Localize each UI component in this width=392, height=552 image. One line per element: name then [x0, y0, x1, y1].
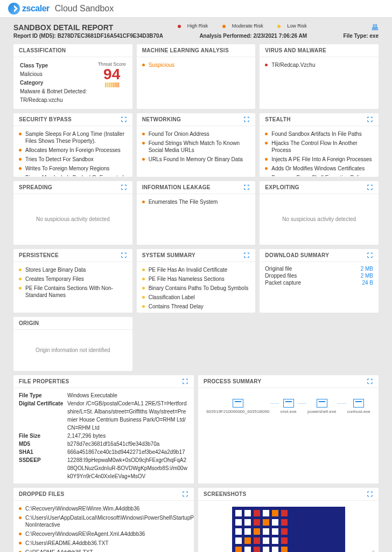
expand-icon[interactable]: ⛶ [121, 252, 127, 258]
expand-icon[interactable]: ⛶ [121, 184, 127, 190]
list-item: Classification Label [142, 293, 250, 302]
list-item: Bypasses PowerShell Execution Policy [265, 173, 373, 176]
download-size[interactable]: 2 MB [361, 266, 373, 272]
file-type: File Type: exe [344, 33, 379, 39]
expand-icon[interactable]: ⛶ [367, 252, 373, 258]
list-item: Enumerates The File System [142, 197, 250, 206]
list-item: Creates License Or Readme File [142, 311, 250, 312]
report-title: SANDBOX DETAIL REPORT [13, 23, 113, 32]
list-item: PE File Has An Invalid Certificate [142, 265, 250, 274]
list-item: C:\Users\User\AppData\Local\Microsoft\Wi… [19, 513, 188, 529]
panel-classification: CLASSIFICATION Class Type Malicious Cate… [13, 44, 132, 109]
download-row: Packet capture24 B [265, 279, 373, 286]
panel-security-bypass: SECURITY BYPASS⛶ Sample Sleeps For A Lon… [13, 113, 132, 177]
list-item: Binary May Include Packed Or Encrypted D… [19, 173, 127, 176]
expand-icon[interactable]: ⛶ [367, 116, 373, 122]
logo: zscaler [8, 3, 50, 15]
threat-score: 94 [98, 67, 126, 82]
download-size[interactable]: 24 B [362, 280, 373, 286]
panel-stealth: STEALTH⛶ Found Sandbox Artifacts In File… [260, 113, 379, 177]
download-rows: Original file2 MBDropped files2 MBPacket… [260, 262, 379, 312]
property-row: File Size2,147,296 bytes [19, 432, 188, 440]
panel-ml-analysis: MACHINE LEARNING ANALYSIS Suspicious [137, 44, 256, 109]
list-item: Found Strings Which Match To Known Socia… [142, 139, 250, 155]
list-item: Found Tor Onion Address [142, 129, 250, 139]
screenshot-main[interactable] [232, 507, 345, 552]
analysis-performed: Analysis Performed: 2/23/2021 7:06:26 AM [199, 33, 307, 39]
expand-icon[interactable]: ⛶ [244, 184, 250, 190]
panel-virus-malware: VIRUS AND MALWARE TR/Redcap.Vzchu [260, 44, 379, 109]
panel-download-summary: DOWNLOAD SUMMARY⛶ Original file2 MBDropp… [260, 249, 379, 313]
list-item: Tries To Detect For Sandbox [19, 155, 127, 164]
expand-icon[interactable]: ⛶ [244, 116, 250, 122]
property-row: Digital CertificateVendor /C=GB/postalCo… [19, 399, 188, 432]
process-icon [353, 399, 364, 408]
expand-icon[interactable]: ⛶ [183, 378, 188, 384]
top-bar: zscaler Cloud Sandbox [0, 0, 392, 18]
chevron-right-icon[interactable]: › [372, 546, 375, 553]
list-item: Suspicious [142, 60, 250, 70]
panel-information-leakage: INFORMATION LEAKAGE⛶ Enumerates The File… [137, 181, 256, 245]
expand-icon[interactable]: ⛶ [367, 491, 373, 497]
app-title: Cloud Sandbox [55, 4, 114, 13]
brand-text: zscaler [22, 4, 50, 13]
expand-icon[interactable]: ⛶ [183, 491, 188, 497]
list-item: Allocates Memory In Foreign Processes [19, 146, 127, 155]
property-row: SHA1666a451867ce40c1bd9442271ef3be424a2d… [19, 448, 188, 456]
list-item: URLs Found In Memory Or Binary Data [142, 155, 250, 164]
list-item: C:\Recovery\WindowsRE\ReAgent.Xml.A4ddbb… [19, 529, 188, 539]
report-header: SANDBOX DETAIL REPORT High Risk Moderate… [13, 23, 379, 39]
download-row: Original file2 MB [265, 265, 373, 272]
panel-exploiting: EXPLOITING⛶ No suspicious activity detec… [260, 181, 379, 245]
panel-persistence: PERSISTENCE⛶ Stores Large Binary DataCre… [13, 249, 132, 313]
panel-process-summary: PROCESS SUMMARY⛶ 603519F210090000_60351B… [198, 375, 379, 484]
print-icon[interactable]: 🖶 [371, 23, 379, 32]
property-row: MD5b278d7ec3681df16a541cf9e34d3b70a [19, 440, 188, 448]
panel-spreading: SPREADING⛶ No suspicious activity detect… [13, 181, 132, 245]
process-node[interactable]: powershell.exe [306, 399, 337, 414]
risk-legend: High Risk Moderate Risk Low Risk [171, 23, 313, 29]
process-icon [317, 399, 327, 408]
expand-icon[interactable]: ⛶ [244, 252, 250, 258]
panel-networking: NETWORKING⛶ Found Tor Onion AddressFound… [137, 113, 256, 177]
panel-system-summary: SYSTEM SUMMARY⛶ PE File Has An Invalid C… [137, 249, 256, 313]
download-row: Dropped files2 MB [265, 272, 373, 279]
panel-dropped-files: DROPPED FILES⛶ C:\Recovery\WindowsRE\Win… [13, 488, 194, 552]
list-item: Injects A PE File Into A Foreign Process… [265, 155, 373, 164]
process-icon [283, 399, 294, 408]
expand-icon[interactable]: ⛶ [367, 378, 373, 384]
process-icon [233, 399, 243, 408]
list-item: Found Sandbox Artifacts In File Paths [265, 129, 373, 139]
list-item: C:\Users\README.A4ddbb36.TXT [19, 539, 188, 548]
download-size[interactable]: 2 MB [361, 273, 373, 279]
list-item: Sample Sleeps For A Long Time (Installer… [19, 129, 127, 146]
list-item: TR/Redcap.Vzchu [265, 60, 373, 70]
list-item: Stores Large Binary Data [19, 265, 127, 274]
process-node[interactable]: conhost.exe [346, 399, 372, 414]
list-item: Creates Temporary Files [19, 274, 127, 284]
list-item: Binary Contains Paths To Debug Symbols [142, 284, 250, 293]
list-item: Writes To Foreign Memory Regions [19, 164, 127, 173]
property-row: SSDEEP12288:I9pHepwaM0wk+0sOD9cjhFExgrOh… [19, 456, 188, 480]
list-item: Contains Thread Delay [142, 302, 250, 311]
list-item: C:\README.A4ddbb36.TXT [19, 548, 188, 552]
list-item: Hijacks The Control Flow In Another Proc… [265, 139, 373, 155]
panel-file-properties: FILE PROPERTIES⛶ File TypeWindows Execut… [13, 375, 194, 484]
score-bar-icon: |||||||||||||||||||| [98, 82, 126, 87]
panel-screenshots: SCREENSHOTS⛶ › [198, 488, 379, 552]
report-id: Report ID (MD5): B278D7EC3681DF16A541CF9… [13, 33, 163, 39]
list-item: PE File Has Nameless Sections [142, 274, 250, 284]
expand-icon[interactable]: ⛶ [121, 116, 127, 122]
list-item: PE File Contains Sections With Non-Stand… [19, 284, 127, 300]
list-item: C:\Recovery\WindowsRE\Winre.Wim.A4ddbb36 [19, 504, 188, 513]
process-node[interactable]: cmd.exe [279, 399, 297, 414]
panel-origin: ORIGIN Origin information not identified [13, 317, 132, 371]
process-node[interactable]: 603519F210090000_60351B090 [205, 399, 270, 414]
property-row: File TypeWindows Executable [19, 391, 188, 399]
expand-icon[interactable]: ⛶ [367, 184, 373, 190]
logo-icon [8, 3, 20, 15]
list-item: Adds Or Modifies Windows Certificates [265, 164, 373, 173]
